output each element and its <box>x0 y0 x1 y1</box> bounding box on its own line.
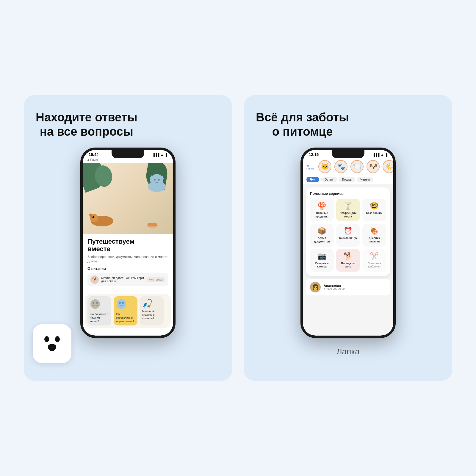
svg-point-8 <box>154 179 156 181</box>
service-templates[interactable]: ✂️ Полезные шаблоны <box>362 249 386 272</box>
paw-eye-right <box>55 336 60 342</box>
tab-chui[interactable]: Чуи <box>306 177 319 182</box>
pet-tabs: Чуи Остик Кошка Черем <box>303 175 393 184</box>
service-docs-archive[interactable]: 📦 Архив документов <box>310 224 334 246</box>
right-signal-icon: ▐▐▐ <box>372 153 379 156</box>
service-label-9: Полезные шаблоны <box>364 262 384 269</box>
service-knowledge-base[interactable]: 🤓 База знаний <box>362 199 386 221</box>
left-time: 15:44 <box>89 152 98 157</box>
question-row: 🐕 Можно ли давать кошкам корм для собак?… <box>87 273 168 286</box>
service-label-3: База знаний <box>366 212 383 215</box>
svg-rect-11 <box>148 223 157 226</box>
service-label-7: Галерея и камера <box>312 262 332 269</box>
mini-card-label-2: Как определить в норме ли вес? <box>116 313 135 323</box>
svg-point-12 <box>90 299 100 309</box>
mini-card-icon-2 <box>116 299 127 311</box>
left-back-label: ◀ Поиск <box>87 158 98 162</box>
camera-icon: 📷 <box>317 252 326 260</box>
mini-card-icon-1 <box>90 299 101 311</box>
question-pill: Нужн витам <box>146 277 165 282</box>
service-label-5: Таймлайн Чуи <box>339 237 358 240</box>
right-wifi-icon: ▲ <box>381 153 384 156</box>
service-petfriendly[interactable]: 🍸 Петфрендли места <box>336 199 360 221</box>
left-status-icons: ▐▐▐ ▲ ▐ <box>152 153 167 156</box>
hero-title: Путешествуем вместе <box>87 238 168 253</box>
services-panel: Полезные сервисы 🍄 Опасные продукты 🍸 Пе… <box>306 187 390 276</box>
mushroom-icon: 🍄 <box>317 202 326 210</box>
right-battery-icon: ▐ <box>385 153 387 156</box>
services-grid: 🍄 Опасные продукты 🍸 Петфрендли места 🤓 … <box>310 199 386 272</box>
mini-card-2: Как определить в норме ли вес? <box>114 296 137 325</box>
service-label-6: Дневник питания <box>364 237 384 243</box>
service-breed-photo[interactable]: 🐕 Порода по фото <box>336 249 360 272</box>
contact-info: Анастасия +7 000 000 00 00 <box>324 284 345 290</box>
left-card: Находите ответы на все вопросы 15:44 ▐▐▐… <box>24 95 232 381</box>
tab-cherem[interactable]: Черем <box>357 177 373 182</box>
tab-koshka[interactable]: Кошка <box>339 177 355 182</box>
contact-avatar: 👩 <box>310 282 321 292</box>
question-avatar: 🐕 <box>90 275 99 284</box>
left-phone-screen: 15:44 ▐▐▐ ▲ ▐ ◀ Поиск <box>83 150 173 336</box>
dog-photo-icon: 🐕 <box>344 252 353 260</box>
cocktail-icon: 🍸 <box>344 202 353 210</box>
story-5[interactable]: 🌤️ <box>383 160 393 173</box>
service-label-1: Опасные продукты <box>312 212 332 218</box>
app-icon-container <box>33 324 71 363</box>
right-phone-screen: 12:16 ▐▐▐ ▲ ▐ ◀ Поиск 🐱 🐾 🍽️ 🐶 <box>303 150 393 336</box>
left-card-title: Находите ответы на все вопросы <box>36 110 137 139</box>
scissors-icon: ✂️ <box>370 252 379 260</box>
tab-ostik[interactable]: Остик <box>321 177 337 182</box>
story-4[interactable]: 🐶 <box>367 160 380 173</box>
mini-card-1: Как бороться с лишним весом? <box>87 296 111 325</box>
left-phone-content: Путешествуем вместе Выбор переноски, док… <box>83 234 173 292</box>
right-card-title: Всё для заботы о питомце <box>256 110 349 139</box>
right-card: Всё для заботы о питомце 12:16 ▐▐▐ ▲ ▐ <box>244 95 452 381</box>
left-phone-hero <box>83 163 173 234</box>
app-name-label: Лапка <box>336 347 360 356</box>
mini-card-label-3: Можно ли сладкое и соленое? <box>142 310 161 320</box>
svg-point-17 <box>122 302 124 304</box>
mini-card-3: 🎣 Можно ли сладкое и соленое? <box>140 296 164 325</box>
phone-notch <box>112 150 144 158</box>
battery-icon: ▐ <box>165 153 167 156</box>
svg-point-5 <box>150 174 163 187</box>
signal-icon: ▐▐▐ <box>152 153 159 156</box>
paw-eye-left <box>44 336 49 342</box>
story-2[interactable]: 🐾 <box>334 160 347 173</box>
contact-row[interactable]: 👩 Анастасия +7 000 000 00 00 <box>306 279 390 295</box>
hero-subtitle: Выбор переноски, документы, чипирование … <box>87 255 168 264</box>
service-label-2: Петфрендли места <box>338 212 358 218</box>
mini-card-icon-3: 🎣 <box>142 299 153 309</box>
clock-icon: ⏰ <box>344 227 353 235</box>
service-timeline[interactable]: ⏰ Таймлайн Чуи <box>336 224 360 246</box>
service-gallery[interactable]: 📷 Галерея и камера <box>310 249 334 272</box>
svg-point-16 <box>119 302 121 304</box>
box-icon: 📦 <box>317 227 326 235</box>
phone-section-title: О питании <box>87 267 168 271</box>
question-text: Можно ли давать кошкам корм для собак? <box>101 276 144 283</box>
svg-point-13 <box>93 302 94 304</box>
back-nav-right: ◀ Поиск <box>306 160 315 173</box>
service-food-diary[interactable]: 🍖 Дневник питания <box>362 224 386 246</box>
wifi-icon: ▲ <box>160 153 164 156</box>
paw-logo <box>44 336 60 351</box>
app-store-page: Находите ответы на все вопросы 15:44 ▐▐▐… <box>0 0 476 476</box>
services-title: Полезные сервисы <box>310 192 386 196</box>
right-time: 12:16 <box>309 152 319 157</box>
story-1[interactable]: 🐱 <box>318 160 331 173</box>
svg-point-14 <box>96 302 98 304</box>
app-icon <box>33 324 71 363</box>
bottom-cards-strip: Как бороться с лишним весом? <box>85 294 171 328</box>
paw-eyes <box>44 336 60 342</box>
hero-dog <box>89 209 115 228</box>
contact-name: Анастасия <box>324 284 345 287</box>
right-status-icons: ▐▐▐ ▲ ▐ <box>372 153 387 156</box>
cards-row: Находите ответы на все вопросы 15:44 ▐▐▐… <box>24 95 452 381</box>
left-phone: 15:44 ▐▐▐ ▲ ▐ ◀ Поиск <box>80 148 176 338</box>
right-phone-notch <box>332 150 364 158</box>
hero-bowl <box>146 220 158 230</box>
service-label-8: Порода по фото <box>338 262 358 269</box>
story-3[interactable]: 🍽️ <box>350 160 364 173</box>
meat-icon: 🍖 <box>370 227 379 235</box>
service-dangerous-food[interactable]: 🍄 Опасные продукты <box>310 199 334 221</box>
